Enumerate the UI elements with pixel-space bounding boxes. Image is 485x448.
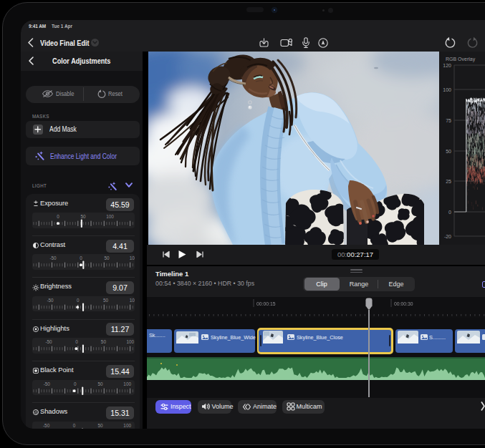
- svg-text:100: 100: [126, 339, 134, 344]
- svg-text:-50: -50: [45, 339, 52, 344]
- svg-text:0: 0: [80, 256, 82, 261]
- svg-text:-50: -50: [43, 423, 50, 428]
- svg-text:100: 100: [123, 423, 131, 428]
- svg-text:0: 0: [448, 210, 451, 215]
- svg-text:50: 50: [101, 339, 107, 344]
- svg-text:50: 50: [446, 149, 451, 154]
- svg-text:50: 50: [97, 423, 103, 428]
- svg-text:75: 75: [446, 118, 451, 123]
- svg-text:0: 0: [74, 381, 77, 386]
- svg-text:25: 25: [446, 179, 451, 184]
- svg-text:50: 50: [104, 256, 110, 261]
- svg-text:0: 0: [57, 214, 59, 219]
- svg-text:100: 100: [123, 381, 131, 386]
- svg-text:100: 100: [443, 87, 451, 92]
- svg-text:120: 120: [443, 63, 451, 68]
- svg-text:00:00:15: 00:00:15: [256, 301, 276, 306]
- svg-text:-50: -50: [49, 256, 57, 261]
- svg-text:00:00:30: 00:00:30: [394, 301, 413, 306]
- svg-text:0: 0: [75, 339, 78, 344]
- svg-text:-50: -50: [44, 381, 51, 386]
- svg-text:50: 50: [97, 381, 103, 386]
- svg-text:0: 0: [73, 423, 76, 428]
- svg-text:50: 50: [80, 214, 86, 219]
- svg-text:100: 100: [106, 214, 114, 219]
- svg-text:-20: -20: [444, 234, 451, 239]
- svg-text:100: 100: [130, 256, 135, 261]
- svg-text:RGB Overlay: RGB Overlay: [446, 57, 476, 62]
